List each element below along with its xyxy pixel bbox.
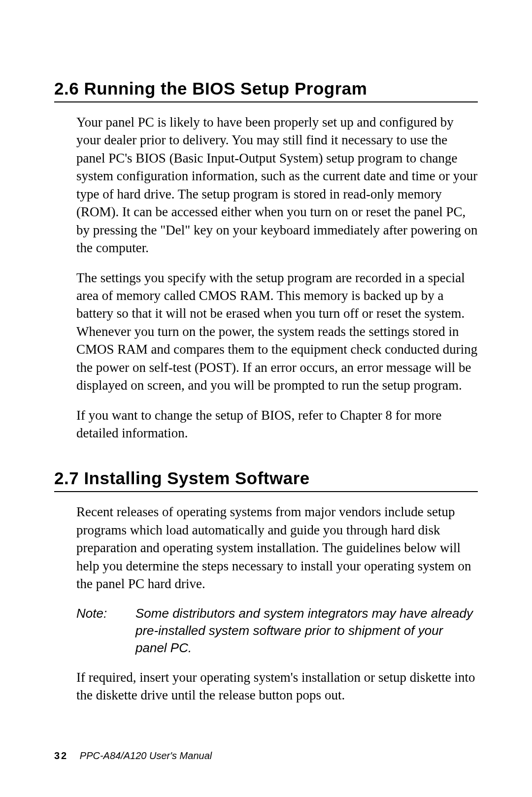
section-title: Installing System Software — [84, 468, 309, 488]
body-paragraph: Your panel PC is likely to have been pro… — [76, 113, 478, 257]
doc-title: PPC-A84/A120 User's Manual — [80, 750, 212, 761]
section-heading-2-6: 2.6 Running the BIOS Setup Program — [54, 79, 478, 102]
body-paragraph: Recent releases of operating systems fro… — [76, 503, 478, 593]
section-heading-2-7: 2.7 Installing System Software — [54, 468, 478, 492]
section-title: Running the BIOS Setup Program — [84, 79, 367, 98]
note-block: Note: Some distributors and system integ… — [76, 605, 478, 657]
section-number: 2.6 — [54, 79, 79, 98]
section-number: 2.7 — [54, 468, 79, 488]
body-paragraph: If required, insert your operating syste… — [76, 668, 478, 704]
page-number: 32 — [54, 750, 68, 761]
body-paragraph: If you want to change the setup of BIOS,… — [76, 406, 478, 442]
page-content: 2.6 Running the BIOS Setup Program Your … — [0, 0, 532, 746]
note-text: Some distributors and system integrators… — [135, 605, 478, 657]
note-label: Note: — [76, 605, 135, 657]
body-paragraph: The settings you specify with the setup … — [76, 269, 478, 395]
page-footer: 32 PPC-A84/A120 User's Manual — [54, 750, 212, 762]
